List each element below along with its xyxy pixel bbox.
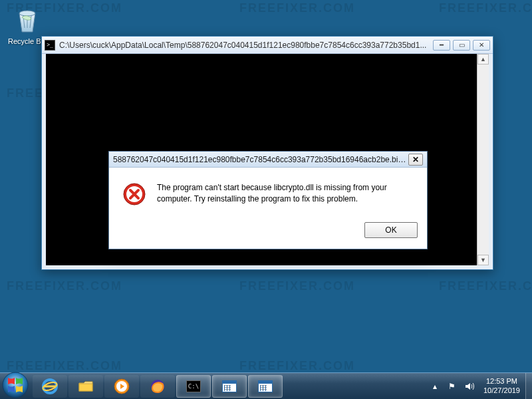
svg-point-0 (19, 11, 35, 16)
taskbar-item-ie[interactable] (33, 375, 67, 398)
mediaplayer-icon (113, 378, 130, 395)
dialog-message: The program can't start because libcrypt… (157, 182, 414, 206)
watermark: FREEFIXER.COM (7, 279, 122, 293)
folder-icon (77, 378, 94, 395)
cmd-icon: C:\ (185, 378, 202, 395)
scroll-down-icon[interactable]: ▼ (477, 255, 489, 265)
app-window-icon (221, 378, 238, 395)
taskbar-item-explorer[interactable] (68, 375, 103, 398)
recycle-bin-icon (11, 4, 43, 36)
system-tray: ▴ ⚑ 12:53 PM 10/27/2019 (426, 373, 532, 399)
taskbar-items: C:\ (32, 373, 283, 399)
svg-point-3 (3, 372, 28, 398)
dialog-close-button[interactable]: ✕ (408, 154, 423, 166)
minimize-button[interactable]: ━ (433, 40, 450, 51)
dialog-titlebar[interactable]: 588762047c040415d1f121ec980fbbe7c7854c6c… (109, 152, 427, 168)
error-dialog: 588762047c040415d1f121ec980fbbe7c7854c6c… (108, 151, 428, 249)
watermark: FREEFIXER.COM (239, 279, 355, 293)
clock-time: 12:53 PM (483, 377, 520, 386)
taskbar-item-firefox[interactable] (140, 375, 175, 398)
show-desktop-button[interactable] (525, 373, 532, 400)
watermark: FREEFIXER.COM (439, 1, 532, 15)
clock-date: 10/27/2019 (483, 386, 520, 395)
watermark: FREEFIXER.COM (439, 279, 532, 293)
svg-rect-6 (79, 384, 92, 391)
start-button[interactable] (1, 371, 29, 399)
dialog-title: 588762047c040415d1f121ec980fbbe7c7854c6c… (113, 155, 408, 164)
close-button[interactable]: ✕ (473, 40, 490, 51)
taskbar-item-console[interactable]: C:\ (176, 375, 211, 398)
console-title: C:\Users\cuck\AppData\Local\Temp\5887620… (59, 41, 433, 50)
watermark: FREEFIXER.COM (239, 359, 355, 373)
app-window-icon (257, 378, 274, 395)
taskbar: C:\ ▴ ⚑ 12:53 PM 10/27/2019 (0, 372, 532, 399)
firefox-icon (149, 378, 166, 395)
cmd-icon (45, 40, 55, 51)
maximize-button[interactable]: ▭ (453, 40, 470, 51)
watermark: FREEFIXER.COM (239, 1, 355, 15)
taskbar-item-mediaplayer[interactable] (104, 375, 139, 398)
taskbar-clock[interactable]: 12:53 PM 10/27/2019 (478, 377, 525, 394)
console-scrollbar[interactable]: ▲ ▼ (477, 54, 489, 265)
console-titlebar[interactable]: C:\Users\cuck\AppData\Local\Temp\5887620… (42, 37, 493, 54)
ok-button[interactable]: OK (364, 222, 418, 238)
volume-icon[interactable] (464, 380, 475, 392)
tray-chevron-up-icon[interactable]: ▴ (429, 380, 441, 392)
action-center-icon[interactable]: ⚑ (446, 380, 458, 392)
scroll-up-icon[interactable]: ▲ (477, 54, 489, 65)
taskbar-item-app1[interactable] (212, 375, 247, 398)
error-icon (122, 182, 146, 206)
ie-icon (41, 378, 59, 395)
taskbar-item-app2[interactable] (248, 375, 283, 398)
